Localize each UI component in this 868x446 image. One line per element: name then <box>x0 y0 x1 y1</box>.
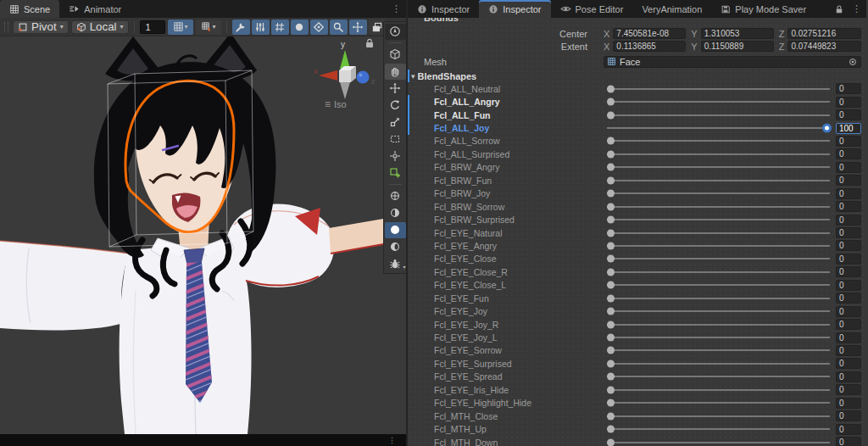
blendshape-slider[interactable] <box>607 254 830 265</box>
blendshape-slider[interactable] <box>607 398 830 409</box>
slider-knob[interactable] <box>607 150 615 158</box>
blendshape-value-field[interactable]: 0 <box>836 240 861 251</box>
blendshape-slider[interactable] <box>607 162 830 173</box>
blendshape-slider[interactable] <box>607 306 830 317</box>
blendshape-value-field[interactable]: 0 <box>836 162 861 173</box>
inspector-menu-icon[interactable]: ⋮ <box>847 0 866 18</box>
debug-button[interactable]: ▾ <box>385 256 406 272</box>
slider-knob[interactable] <box>607 216 615 224</box>
blendshape-value-field[interactable]: 100 <box>836 123 861 134</box>
blendshape-value-field[interactable]: 0 <box>836 280 861 291</box>
blendshape-value-field[interactable]: 0 <box>836 319 861 330</box>
blendshape-value-field[interactable]: 0 <box>836 345 861 356</box>
blendshape-value-field[interactable]: 0 <box>836 136 861 147</box>
blendshape-slider[interactable] <box>607 148 830 159</box>
blendshape-value-field[interactable]: 0 <box>836 148 861 159</box>
grid-snap-button[interactable]: ▾ <box>168 20 193 35</box>
center-y-field[interactable]: 1.310053 <box>701 28 774 39</box>
snap-increment-field[interactable]: 1 <box>140 20 165 34</box>
center-x-field[interactable]: 7.450581e-08 <box>613 28 686 39</box>
add-tool-button[interactable] <box>385 165 406 181</box>
blendshape-value-field[interactable]: 0 <box>836 358 861 369</box>
slider-knob[interactable] <box>607 282 615 289</box>
scale-tool-button[interactable] <box>385 114 406 131</box>
blendshape-slider[interactable] <box>607 97 830 108</box>
slider-knob[interactable] <box>607 426 615 433</box>
lock-icon[interactable] <box>832 0 847 18</box>
transform-tool-button[interactable] <box>385 148 406 164</box>
extent-x-field[interactable]: 0.1136865 <box>613 41 686 52</box>
blendshape-slider[interactable] <box>607 437 830 446</box>
grid-visibility-button[interactable]: ▾ <box>196 20 221 35</box>
rotate-tool-button[interactable] <box>385 98 406 114</box>
blendshape-slider[interactable] <box>607 358 830 369</box>
blendshapes-foldout[interactable]: ▾ BlendShapes <box>408 70 866 82</box>
view-cube-button[interactable] <box>385 47 406 63</box>
slider-knob[interactable] <box>607 85 615 92</box>
move-tool-button[interactable] <box>385 81 406 97</box>
tab-play-mode-saver[interactable]: Play Mode Saver <box>711 0 815 18</box>
extent-y-field[interactable]: 0.1150889 <box>701 41 774 52</box>
blendshape-slider[interactable] <box>607 384 830 395</box>
blendshape-slider[interactable] <box>607 410 830 421</box>
slider-knob[interactable] <box>607 255 615 263</box>
blendshape-value-field[interactable]: 0 <box>836 201 861 212</box>
slider-knob[interactable] <box>607 399 615 407</box>
blendshape-value-field[interactable]: 0 <box>836 410 861 421</box>
search-button[interactable] <box>330 20 348 35</box>
slider-knob[interactable] <box>607 268 615 276</box>
collapsed-panel-menu-icon[interactable]: ⋮ <box>383 436 401 444</box>
center-z-field[interactable]: 0.02751216 <box>787 28 861 39</box>
poly-button[interactable] <box>310 20 328 35</box>
blendshape-slider[interactable] <box>607 215 830 226</box>
blendshape-value-field[interactable]: 0 <box>836 306 861 317</box>
blendshape-slider[interactable] <box>607 123 830 134</box>
sliders-button[interactable] <box>252 20 270 35</box>
slider-knob[interactable] <box>607 111 615 119</box>
scene-orientation-gizmo[interactable]: y x z <box>312 38 383 103</box>
blendshape-slider[interactable] <box>607 201 830 212</box>
blendshape-slider[interactable] <box>607 240 830 251</box>
blendshape-value-field[interactable]: 0 <box>836 332 861 343</box>
blendshape-slider[interactable] <box>607 227 830 238</box>
blendshape-value-field[interactable]: 0 <box>836 254 861 265</box>
sphere-full-button[interactable] <box>385 222 406 238</box>
slider-knob[interactable] <box>607 334 615 342</box>
object-picker-icon[interactable] <box>848 57 858 67</box>
slider-knob[interactable] <box>607 229 615 237</box>
blendshape-slider[interactable] <box>607 424 830 435</box>
slider-knob[interactable] <box>607 242 615 249</box>
slider-knob[interactable] <box>607 360 615 367</box>
blendshape-value-field[interactable]: 0 <box>836 175 861 186</box>
blendshape-slider[interactable] <box>607 319 830 330</box>
extent-z-field[interactable]: 0.07449823 <box>787 41 861 52</box>
slider-knob[interactable] <box>822 124 832 133</box>
mesh-object-field[interactable]: Face <box>604 56 861 68</box>
tab-veryanimation[interactable]: VeryAnimation <box>632 0 711 18</box>
blendshape-value-field[interactable]: 0 <box>836 371 861 382</box>
blendshape-slider[interactable] <box>607 345 830 356</box>
local-dropdown[interactable]: Local ▾ <box>71 20 129 34</box>
tab-inspector-1[interactable]: Inspector <box>408 0 479 18</box>
wrench-button[interactable] <box>232 20 250 35</box>
blendshape-slider[interactable] <box>607 371 830 382</box>
slider-knob[interactable] <box>607 203 615 210</box>
blendshape-slider[interactable] <box>607 188 830 199</box>
scene-viewport[interactable]: y x z ≡ Iso <box>0 36 406 434</box>
blendshape-slider[interactable] <box>607 280 830 291</box>
blendshape-slider[interactable] <box>607 175 830 186</box>
blendshape-slider[interactable] <box>607 332 830 343</box>
blendshape-slider[interactable] <box>607 136 830 147</box>
slider-knob[interactable] <box>607 294 615 302</box>
tab-scene[interactable]: Scene <box>0 0 59 18</box>
blendshape-value-field[interactable]: 0 <box>836 97 861 108</box>
blendshape-slider[interactable] <box>607 109 830 120</box>
slider-knob[interactable] <box>607 308 615 315</box>
slider-knob[interactable] <box>607 438 615 446</box>
tab-inspector-2[interactable]: Inspector <box>479 0 550 18</box>
slider-knob[interactable] <box>607 137 615 145</box>
slider-knob[interactable] <box>607 321 615 328</box>
slider-knob[interactable] <box>607 176 615 184</box>
slider-knob[interactable] <box>607 373 615 381</box>
slider-knob[interactable] <box>607 164 615 171</box>
